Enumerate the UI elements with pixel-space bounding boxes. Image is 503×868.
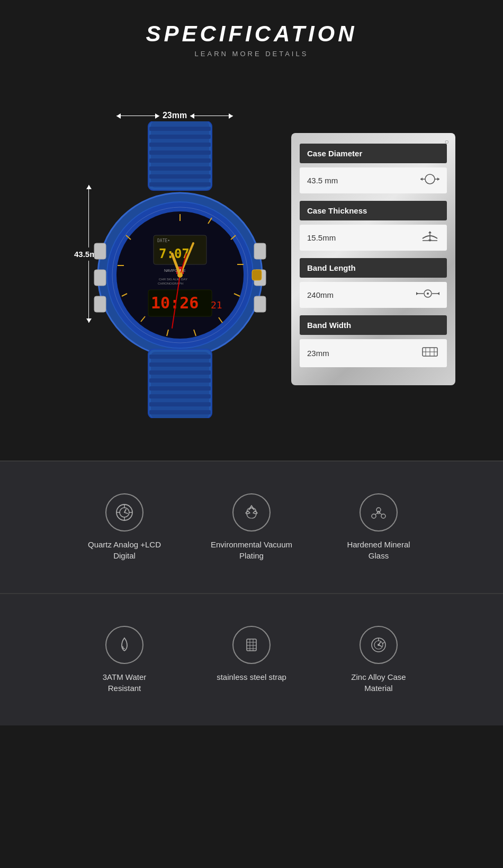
svg-rect-12 [94, 270, 106, 286]
svg-rect-2 [149, 127, 211, 131]
svg-rect-6 [149, 158, 211, 163]
svg-rect-57 [149, 355, 211, 359]
svg-rect-99 [247, 639, 256, 651]
band-width-value: 23mm [300, 339, 447, 367]
case-thickness-label: Case Thickness [300, 201, 447, 220]
features-row-2: 3ATM WaterResistant stainless steel stra… [0, 594, 503, 725]
svg-rect-16 [254, 296, 266, 312]
glass-icon [360, 493, 398, 532]
feature-water: 3ATM WaterResistant [77, 626, 172, 694]
svg-rect-7 [149, 166, 211, 171]
height-line-top [88, 185, 89, 247]
band-length-value: 240mm [300, 282, 447, 308]
svg-marker-78 [416, 292, 418, 295]
case-diameter-label: Case Diameter [300, 144, 447, 163]
strap-icon [232, 626, 271, 664]
svg-marker-68 [420, 178, 423, 181]
svg-rect-59 [149, 370, 211, 375]
svg-text:DAY: DAY [181, 278, 187, 281]
svg-marker-69 [437, 178, 439, 181]
svg-rect-3 [149, 135, 211, 139]
svg-rect-4 [149, 143, 211, 147]
svg-rect-9 [149, 182, 211, 187]
svg-marker-72 [428, 231, 432, 233]
svg-line-91 [124, 509, 126, 512]
svg-rect-11 [94, 243, 106, 259]
width-arrow [116, 116, 159, 116]
spec-main: 23mm 43.5mm [0, 68, 503, 460]
vacuum-label: Environmental VacuumPlating [211, 539, 292, 561]
svg-point-94 [372, 514, 376, 518]
spec-subtitle: LEARN MORE DETAILS [0, 50, 503, 58]
svg-line-92 [124, 512, 128, 513]
water-icon [105, 626, 143, 664]
svg-text:21: 21 [211, 299, 222, 311]
svg-rect-63 [149, 402, 211, 406]
watch-diagram: 23mm 43.5mm [48, 79, 275, 439]
feature-vacuum: Environmental VacuumPlating [204, 493, 299, 561]
features-row-1: Quartz Analog +LCD Digital Environmental… [0, 462, 503, 593]
width-annotation: 23mm [116, 111, 233, 120]
band-width-icon [420, 344, 439, 362]
zinc-label: Zinc Alloy CaseMaterial [351, 671, 406, 694]
svg-rect-58 [149, 362, 211, 367]
svg-rect-54 [252, 270, 262, 280]
width-arrow-right [190, 116, 233, 116]
spec-header: SPECIFICATION LEARN MORE DETAILS [0, 0, 503, 68]
svg-rect-56 [151, 352, 209, 418]
height-line-bottom [88, 261, 89, 323]
feature-strap: stainless steel strap [204, 626, 299, 694]
svg-rect-5 [149, 150, 211, 155]
svg-rect-61 [149, 386, 211, 391]
band-length-icon [416, 287, 439, 303]
svg-rect-13 [94, 296, 106, 312]
band-length-label: Band Length [300, 258, 447, 278]
glass-label: Hardened MineralGlass [347, 539, 410, 561]
svg-rect-14 [254, 243, 266, 259]
svg-point-95 [381, 514, 385, 518]
thickness-icon [420, 230, 439, 245]
feature-zinc: Zinc Alloy CaseMaterial [331, 626, 426, 694]
feature-glass: Hardened MineralGlass [331, 493, 426, 561]
features-grid-2: 3ATM WaterResistant stainless steel stra… [21, 626, 482, 694]
svg-rect-8 [149, 174, 211, 179]
svg-marker-79 [437, 292, 439, 295]
svg-point-111 [378, 644, 380, 646]
water-label: 3ATM WaterResistant [103, 671, 147, 694]
svg-point-76 [427, 293, 429, 295]
svg-point-65 [425, 174, 435, 184]
strap-label: stainless steel strap [217, 671, 286, 683]
case-diameter-value: 43.5 mm [300, 167, 447, 193]
width-label: 23mm [163, 111, 187, 120]
case-thickness-value: 15.5mm [300, 225, 447, 251]
watch-image: DATE• 7:07 N NAVIFORCE CHR SIG ALM DAY C… [90, 121, 270, 413]
svg-rect-62 [149, 394, 211, 398]
feature-quartz: Quartz Analog +LCD Digital [77, 493, 172, 561]
band-width-label: Band Width [300, 315, 447, 335]
svg-text:DATE•: DATE• [157, 238, 170, 243]
diameter-icon [420, 173, 439, 188]
spec-title: SPECIFICATION [0, 21, 503, 47]
svg-rect-60 [149, 378, 211, 383]
svg-point-53 [177, 272, 183, 278]
quartz-label: Quartz Analog +LCD Digital [77, 539, 172, 561]
vacuum-icon [232, 493, 271, 532]
svg-text:CHR SIG ALM: CHR SIG ALM [159, 278, 179, 281]
features-grid-1: Quartz Analog +LCD Digital Environmental… [21, 493, 482, 561]
quartz-icon [105, 493, 143, 532]
zinc-icon [360, 626, 398, 664]
svg-rect-64 [149, 410, 211, 414]
spec-panel: Case Diameter 43.5 mm Case Thickness 15.… [291, 133, 455, 385]
